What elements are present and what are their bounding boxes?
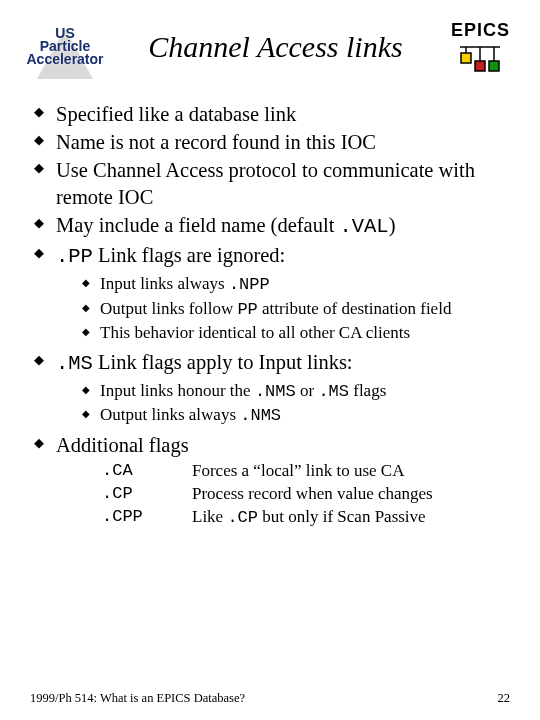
epics-text: EPICS bbox=[451, 20, 510, 41]
text: but only if Scan Passive bbox=[258, 507, 426, 526]
bullet-item: Specified like a database link bbox=[34, 101, 510, 127]
bullet-item: .MS Link flags apply to Input links: Inp… bbox=[34, 349, 510, 427]
code: .MS bbox=[318, 382, 349, 401]
sub-list: Input links honour the .NMS or .MS flags… bbox=[56, 380, 510, 427]
slide: US Particle Accelerator Channel Access l… bbox=[0, 0, 540, 720]
text: This behavior identical to all other CA … bbox=[100, 323, 410, 342]
text: Output links always bbox=[100, 405, 240, 424]
footer-left: 1999/Ph 514: What is an EPICS Database? bbox=[30, 691, 245, 706]
sub-list: Input links always .NPP Output links fol… bbox=[56, 273, 510, 343]
text: Additional flags bbox=[56, 434, 189, 456]
footer: 1999/Ph 514: What is an EPICS Database? … bbox=[30, 691, 510, 706]
text: May include a field name (default bbox=[56, 214, 339, 236]
flag-row: .CA Forces a “local” link to use CA bbox=[102, 460, 510, 483]
code: .NMS bbox=[240, 406, 281, 425]
text: Name is not a record found in this IOC bbox=[56, 131, 376, 153]
svg-rect-6 bbox=[489, 61, 499, 71]
svg-rect-5 bbox=[475, 61, 485, 71]
text: Input links always bbox=[100, 274, 229, 293]
code: .MS bbox=[56, 352, 93, 375]
text: Link flags apply to Input links: bbox=[93, 351, 353, 373]
flag-table: .CA Forces a “local” link to use CA .CP … bbox=[102, 460, 510, 530]
us-particle-accelerator-logo: US Particle Accelerator bbox=[30, 27, 100, 67]
text: attribute of destination field bbox=[258, 299, 452, 318]
flag-key: .CA bbox=[102, 460, 192, 483]
text: flags bbox=[349, 381, 386, 400]
flag-desc: Forces a “local” link to use CA bbox=[192, 460, 510, 483]
epics-logo: EPICS bbox=[451, 20, 510, 73]
text: Link flags are ignored: bbox=[93, 244, 285, 266]
sub-item: Output links always .NMS bbox=[82, 404, 510, 427]
sub-item: Output links follow PP attribute of dest… bbox=[82, 298, 510, 321]
sub-item: This behavior identical to all other CA … bbox=[82, 322, 510, 344]
slide-title: Channel Access links bbox=[100, 30, 451, 64]
flag-key: .CPP bbox=[102, 506, 192, 530]
text: or bbox=[296, 381, 319, 400]
header: US Particle Accelerator Channel Access l… bbox=[30, 20, 510, 73]
text: ) bbox=[389, 214, 396, 236]
page-number: 22 bbox=[498, 691, 511, 706]
code: .NPP bbox=[229, 275, 270, 294]
code: .PP bbox=[56, 245, 93, 268]
text: Like bbox=[192, 507, 227, 526]
bullet-item: .PP Link flags are ignored: Input links … bbox=[34, 242, 510, 344]
flag-desc: Process record when value changes bbox=[192, 483, 510, 506]
bullet-list: Specified like a database link Name is n… bbox=[30, 101, 510, 530]
flag-key: .CP bbox=[102, 483, 192, 506]
text: Specified like a database link bbox=[56, 103, 296, 125]
epics-icon bbox=[456, 43, 504, 73]
bullet-item: Additional flags .CA Forces a “local” li… bbox=[34, 432, 510, 530]
code: .CP bbox=[227, 508, 258, 527]
sub-item: Input links honour the .NMS or .MS flags bbox=[82, 380, 510, 403]
code: PP bbox=[237, 300, 257, 319]
text: Input links honour the bbox=[100, 381, 255, 400]
bullet-item: Name is not a record found in this IOC bbox=[34, 129, 510, 155]
flag-row: .CPP Like .CP but only if Scan Passive bbox=[102, 506, 510, 530]
bullet-item: Use Channel Access protocol to communica… bbox=[34, 157, 510, 209]
text: Output links follow bbox=[100, 299, 237, 318]
code: .VAL bbox=[339, 215, 388, 238]
text: Use Channel Access protocol to communica… bbox=[56, 159, 475, 207]
flag-desc: Like .CP but only if Scan Passive bbox=[192, 506, 510, 530]
logo-line3: Accelerator bbox=[26, 53, 103, 66]
svg-rect-4 bbox=[461, 53, 471, 63]
code: .NMS bbox=[255, 382, 296, 401]
sub-item: Input links always .NPP bbox=[82, 273, 510, 296]
bullet-item: May include a field name (default .VAL) bbox=[34, 212, 510, 240]
flag-row: .CP Process record when value changes bbox=[102, 483, 510, 506]
